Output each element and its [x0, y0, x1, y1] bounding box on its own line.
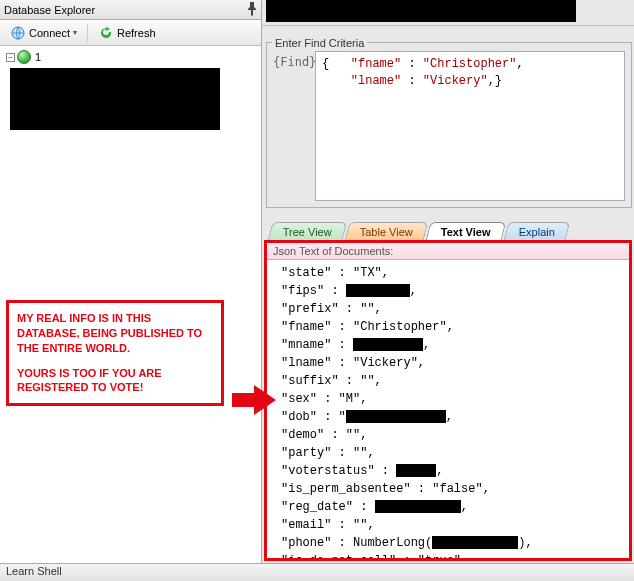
tab-table-view[interactable]: Table View	[345, 222, 428, 240]
query-panel: Enter Find Criteria {Find} { "fname" : "…	[262, 0, 634, 563]
tree-root-label: 1	[33, 51, 41, 63]
redacted-tree-content	[10, 68, 220, 130]
note-line-1: MY REAL INFO IS IN THIS DATABASE, BEING …	[17, 311, 213, 356]
tab-explain[interactable]: Explain	[503, 222, 570, 240]
redacted-value	[375, 500, 461, 513]
connection-tree[interactable]: − 1 MY REAL INFO IS IN THIS DATABASE, BE…	[0, 46, 261, 563]
json-line: "demo" : "",	[281, 426, 621, 444]
connect-button[interactable]: Connect ▾	[4, 23, 83, 43]
redacted-value	[353, 338, 423, 351]
tab-text-view[interactable]: Text View	[426, 222, 506, 240]
panel-title-text: Database Explorer	[4, 4, 95, 16]
results-tabs: Tree View Table View Text View Explain	[262, 218, 634, 240]
pin-icon[interactable]	[247, 2, 257, 18]
status-learn-shell[interactable]: Learn Shell	[6, 565, 62, 577]
annotation-note: MY REAL INFO IS IN THIS DATABASE, BEING …	[6, 300, 224, 406]
find-prompt-label: {Find}	[273, 51, 311, 201]
left-toolbar: Connect ▾ Refresh	[0, 20, 261, 46]
json-line: "fips" : ,	[281, 282, 621, 300]
redacted-toolbar	[266, 0, 576, 22]
json-line: "party" : "",	[281, 444, 621, 462]
json-line: "reg_date" : ,	[281, 498, 621, 516]
json-line: "voterstatus" : ,	[281, 462, 621, 480]
results-title: Json Text of Documents:	[267, 243, 629, 260]
json-line: "phone" : NumberLong(),	[281, 534, 621, 552]
find-query-editor[interactable]: { "fname" : "Christopher", "lname" : "Vi…	[315, 51, 625, 201]
toolbar-separator	[87, 24, 88, 42]
tree-collapse-icon[interactable]: −	[6, 53, 15, 62]
right-toolbar	[262, 0, 634, 26]
json-line: "state" : "TX",	[281, 264, 621, 282]
json-line: "suffix" : "",	[281, 372, 621, 390]
redacted-value	[346, 410, 446, 423]
results-panel: Json Text of Documents: "state" : "TX","…	[264, 240, 632, 561]
json-line: "fname" : "Christopher",	[281, 318, 621, 336]
tab-tree-view[interactable]: Tree View	[268, 222, 347, 240]
tree-root-row[interactable]: − 1	[6, 50, 255, 64]
find-group-label: Enter Find Criteria	[272, 37, 367, 49]
chevron-down-icon: ▾	[73, 28, 77, 37]
json-line: "lname" : "Vickery",	[281, 354, 621, 372]
find-criteria-group: Enter Find Criteria {Find} { "fname" : "…	[264, 30, 634, 208]
refresh-button[interactable]: Refresh	[92, 23, 162, 43]
refresh-icon	[98, 25, 114, 41]
connect-icon	[10, 25, 26, 41]
redacted-value	[396, 464, 436, 477]
json-line: "mname" : ,	[281, 336, 621, 354]
json-line: "prefix" : "",	[281, 300, 621, 318]
json-line: "is_do_not_call" : "true",	[281, 552, 621, 558]
refresh-label: Refresh	[117, 27, 156, 39]
note-line-2: YOURS IS TOO IF YOU ARE REGISTERED TO VO…	[17, 366, 213, 396]
globe-icon	[17, 50, 31, 64]
redacted-value	[346, 284, 410, 297]
json-line: "email" : "",	[281, 516, 621, 534]
json-line: "sex" : "M",	[281, 390, 621, 408]
status-bar: Learn Shell	[0, 563, 634, 581]
database-explorer-panel: Database Explorer Connect ▾ Refresh	[0, 0, 262, 563]
json-line: "dob" : ",	[281, 408, 621, 426]
json-line: "is_perm_absentee" : "false",	[281, 480, 621, 498]
connect-label: Connect	[29, 27, 70, 39]
redacted-value	[432, 536, 518, 549]
panel-titlebar: Database Explorer	[0, 0, 261, 20]
json-text-output[interactable]: "state" : "TX","fips" : ,"prefix" : "","…	[267, 260, 629, 558]
